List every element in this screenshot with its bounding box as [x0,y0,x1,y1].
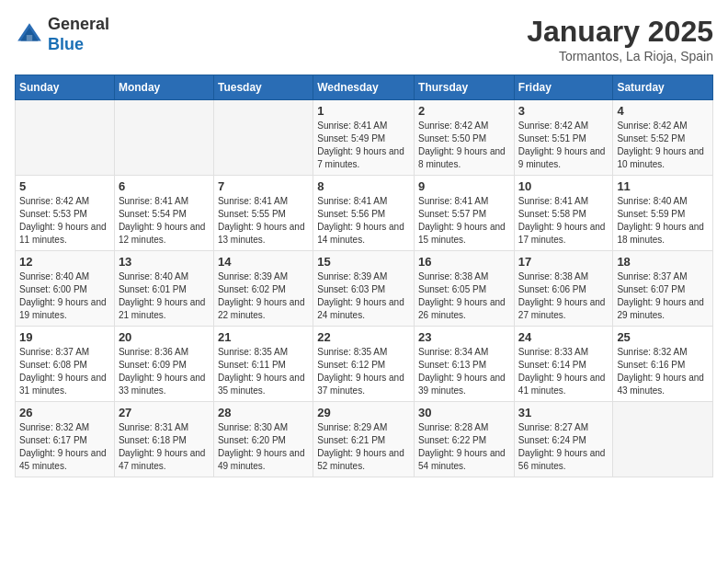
day-info: Sunrise: 8:35 AM Sunset: 6:12 PM Dayligh… [317,346,410,397]
calendar-cell: 5Sunrise: 8:42 AM Sunset: 5:53 PM Daylig… [16,176,115,251]
calendar-cell: 6Sunrise: 8:41 AM Sunset: 5:54 PM Daylig… [114,176,213,251]
day-number: 12 [19,255,110,269]
column-header-friday: Friday [514,75,613,100]
calendar-week-4: 19Sunrise: 8:37 AM Sunset: 6:08 PM Dayli… [16,327,713,402]
day-number: 27 [119,406,210,419]
logo-icon [15,20,44,50]
day-number: 8 [317,179,410,193]
day-number: 18 [617,255,709,269]
calendar-week-1: 1Sunrise: 8:41 AM Sunset: 5:49 PM Daylig… [16,100,713,176]
calendar-cell: 9Sunrise: 8:41 AM Sunset: 5:57 PM Daylig… [415,176,515,251]
calendar-cell: 17Sunrise: 8:38 AM Sunset: 6:06 PM Dayli… [514,251,613,327]
calendar-cell: 19Sunrise: 8:37 AM Sunset: 6:08 PM Dayli… [16,327,115,402]
day-info: Sunrise: 8:38 AM Sunset: 6:05 PM Dayligh… [418,270,510,322]
day-number: 30 [418,406,510,419]
day-number: 10 [518,179,609,193]
calendar-cell: 25Sunrise: 8:32 AM Sunset: 6:16 PM Dayli… [613,327,713,402]
calendar-cell: 23Sunrise: 8:34 AM Sunset: 6:13 PM Dayli… [415,327,515,402]
day-number: 26 [19,406,110,419]
day-info: Sunrise: 8:41 AM Sunset: 5:55 PM Dayligh… [218,195,309,247]
day-info: Sunrise: 8:34 AM Sunset: 6:13 PM Dayligh… [418,346,510,397]
day-info: Sunrise: 8:32 AM Sunset: 6:17 PM Dayligh… [19,421,110,473]
day-info: Sunrise: 8:29 AM Sunset: 6:21 PM Dayligh… [317,421,410,473]
day-number: 5 [19,179,110,193]
day-number: 19 [19,330,110,344]
month-title: January 2025 [527,15,713,49]
day-info: Sunrise: 8:42 AM Sunset: 5:52 PM Dayligh… [617,120,709,171]
calendar-cell: 10Sunrise: 8:41 AM Sunset: 5:58 PM Dayli… [514,176,613,251]
calendar-cell: 8Sunrise: 8:41 AM Sunset: 5:56 PM Daylig… [313,176,415,251]
day-info: Sunrise: 8:39 AM Sunset: 6:03 PM Dayligh… [317,270,410,322]
day-info: Sunrise: 8:40 AM Sunset: 5:59 PM Dayligh… [617,195,709,247]
day-info: Sunrise: 8:42 AM Sunset: 5:51 PM Dayligh… [518,120,609,171]
column-header-wednesday: Wednesday [313,75,415,100]
calendar-table: SundayMondayTuesdayWednesdayThursdayFrid… [15,75,713,477]
calendar-cell: 4Sunrise: 8:42 AM Sunset: 5:52 PM Daylig… [613,100,713,176]
calendar-cell: 28Sunrise: 8:30 AM Sunset: 6:20 PM Dayli… [213,402,313,477]
day-number: 21 [218,330,309,344]
day-info: Sunrise: 8:39 AM Sunset: 6:02 PM Dayligh… [218,270,309,322]
calendar-cell: 18Sunrise: 8:37 AM Sunset: 6:07 PM Dayli… [613,251,713,327]
day-number: 3 [518,104,609,118]
logo: General Blue [15,15,109,54]
column-header-sunday: Sunday [16,75,115,100]
day-info: Sunrise: 8:41 AM Sunset: 5:57 PM Dayligh… [418,195,510,247]
column-header-monday: Monday [114,75,213,100]
day-number: 20 [119,330,210,344]
calendar-cell [16,100,115,176]
day-info: Sunrise: 8:31 AM Sunset: 6:18 PM Dayligh… [119,421,210,473]
calendar-cell [114,100,213,176]
calendar-cell: 7Sunrise: 8:41 AM Sunset: 5:55 PM Daylig… [213,176,313,251]
day-number: 2 [418,104,510,118]
calendar-cell: 1Sunrise: 8:41 AM Sunset: 5:49 PM Daylig… [313,100,415,176]
calendar-cell: 14Sunrise: 8:39 AM Sunset: 6:02 PM Dayli… [213,251,313,327]
day-number: 22 [317,330,410,344]
day-info: Sunrise: 8:27 AM Sunset: 6:24 PM Dayligh… [518,421,609,473]
day-info: Sunrise: 8:36 AM Sunset: 6:09 PM Dayligh… [119,346,210,397]
logo-text: General Blue [48,15,109,54]
day-number: 9 [418,179,510,193]
day-info: Sunrise: 8:30 AM Sunset: 6:20 PM Dayligh… [218,421,309,473]
calendar-cell: 29Sunrise: 8:29 AM Sunset: 6:21 PM Dayli… [313,402,415,477]
calendar-cell: 13Sunrise: 8:40 AM Sunset: 6:01 PM Dayli… [114,251,213,327]
day-number: 23 [418,330,510,344]
calendar-cell: 21Sunrise: 8:35 AM Sunset: 6:11 PM Dayli… [213,327,313,402]
day-number: 31 [518,406,609,419]
day-info: Sunrise: 8:33 AM Sunset: 6:14 PM Dayligh… [518,346,609,397]
calendar-header-row: SundayMondayTuesdayWednesdayThursdayFrid… [16,75,713,100]
calendar-cell: 24Sunrise: 8:33 AM Sunset: 6:14 PM Dayli… [514,327,613,402]
day-number: 6 [119,179,210,193]
day-number: 16 [418,255,510,269]
calendar-week-3: 12Sunrise: 8:40 AM Sunset: 6:00 PM Dayli… [16,251,713,327]
day-info: Sunrise: 8:40 AM Sunset: 6:01 PM Dayligh… [119,270,210,322]
day-number: 29 [317,406,410,419]
calendar-cell: 31Sunrise: 8:27 AM Sunset: 6:24 PM Dayli… [514,402,613,477]
day-info: Sunrise: 8:41 AM Sunset: 5:54 PM Dayligh… [119,195,210,247]
calendar-cell [613,402,713,477]
day-info: Sunrise: 8:41 AM Sunset: 5:58 PM Dayligh… [518,195,609,247]
day-info: Sunrise: 8:38 AM Sunset: 6:06 PM Dayligh… [518,270,609,322]
calendar-cell: 22Sunrise: 8:35 AM Sunset: 6:12 PM Dayli… [313,327,415,402]
day-info: Sunrise: 8:42 AM Sunset: 5:53 PM Dayligh… [19,195,110,247]
svg-rect-2 [27,35,32,40]
calendar-cell: 3Sunrise: 8:42 AM Sunset: 5:51 PM Daylig… [514,100,613,176]
column-header-saturday: Saturday [613,75,713,100]
day-number: 24 [518,330,609,344]
day-number: 11 [617,179,709,193]
day-info: Sunrise: 8:37 AM Sunset: 6:07 PM Dayligh… [617,270,709,322]
calendar-cell: 15Sunrise: 8:39 AM Sunset: 6:03 PM Dayli… [313,251,415,327]
day-info: Sunrise: 8:37 AM Sunset: 6:08 PM Dayligh… [19,346,110,397]
day-number: 15 [317,255,410,269]
calendar-cell: 12Sunrise: 8:40 AM Sunset: 6:00 PM Dayli… [16,251,115,327]
day-number: 25 [617,330,709,344]
column-header-tuesday: Tuesday [213,75,313,100]
day-number: 14 [218,255,309,269]
calendar-cell: 26Sunrise: 8:32 AM Sunset: 6:17 PM Dayli… [16,402,115,477]
day-number: 4 [617,104,709,118]
day-number: 13 [119,255,210,269]
column-header-thursday: Thursday [415,75,515,100]
calendar-cell: 20Sunrise: 8:36 AM Sunset: 6:09 PM Dayli… [114,327,213,402]
calendar-week-5: 26Sunrise: 8:32 AM Sunset: 6:17 PM Dayli… [16,402,713,477]
day-number: 28 [218,406,309,419]
calendar-cell: 16Sunrise: 8:38 AM Sunset: 6:05 PM Dayli… [415,251,515,327]
